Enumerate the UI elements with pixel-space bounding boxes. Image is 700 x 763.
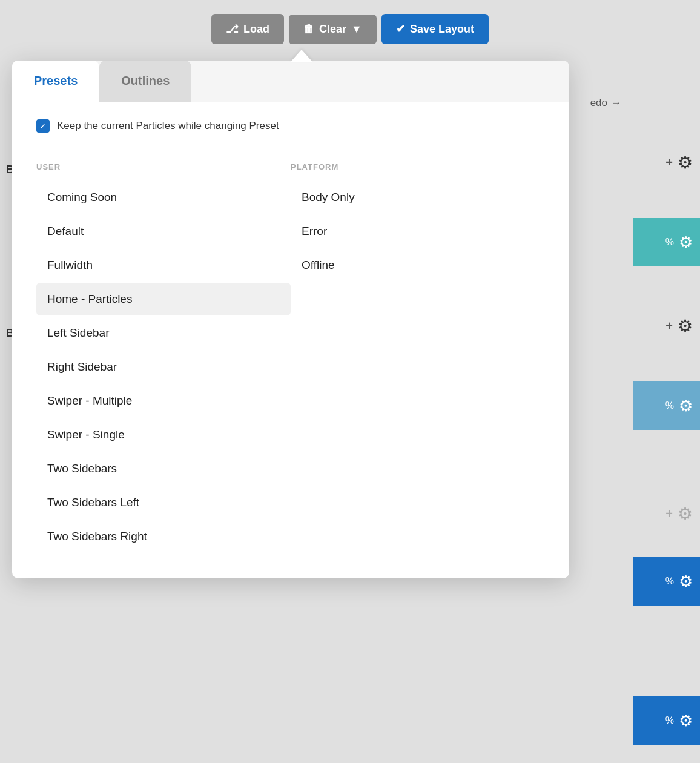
tab-presets[interactable]: Presets xyxy=(12,61,99,102)
color-bar-blue-light: % ⚙ xyxy=(633,382,700,430)
preset-swiper-single[interactable]: Swiper - Single xyxy=(36,418,291,451)
trash-icon: 🗑 xyxy=(303,23,314,36)
preset-two-sidebars-left[interactable]: Two Sidebars Left xyxy=(36,486,291,519)
chevron-down-icon: ▼ xyxy=(351,23,362,36)
redo-label: edo xyxy=(590,97,607,109)
gear-icon-blue-1[interactable]: ⚙ xyxy=(679,572,693,591)
plus-icon-3[interactable]: + xyxy=(665,507,673,521)
user-col-header: USER xyxy=(36,162,291,171)
user-column: USER Coming Soon Default Fullwidth Home … xyxy=(36,162,291,554)
color-bar-teal: % ⚙ xyxy=(633,218,700,266)
arrow-right-icon: → xyxy=(611,97,621,109)
tab-outlines[interactable]: Outlines xyxy=(99,61,191,102)
color-bar-blue-1: % ⚙ xyxy=(633,557,700,606)
preset-default[interactable]: Default xyxy=(36,215,291,248)
gear-icon-3[interactable]: ⚙ xyxy=(678,504,693,524)
gear-icon-teal[interactable]: ⚙ xyxy=(679,233,693,252)
presets-columns: USER Coming Soon Default Fullwidth Home … xyxy=(36,162,545,554)
gear-icon-blue-2[interactable]: ⚙ xyxy=(679,712,693,730)
keep-particles-row: ✓ Keep the current Particles while chang… xyxy=(36,119,545,145)
preset-home-particles[interactable]: Home - Particles xyxy=(36,283,291,315)
color-bar-blue-2: % ⚙ xyxy=(633,696,700,745)
preset-two-sidebars[interactable]: Two Sidebars xyxy=(36,452,291,485)
gear-icon-1[interactable]: ⚙ xyxy=(678,153,693,173)
percent-icon-blue-light: % xyxy=(665,400,674,411)
popup: Presets Outlines ✓ Keep the current Part… xyxy=(12,61,569,578)
preset-right-sidebar[interactable]: Right Sidebar xyxy=(36,351,291,383)
keep-particles-checkbox[interactable]: ✓ xyxy=(36,119,50,133)
check-mark: ✓ xyxy=(39,121,47,131)
toolbar: ⎇ Load 🗑 Clear ▼ ✔ Save Layout xyxy=(0,0,700,58)
preset-two-sidebars-right[interactable]: Two Sidebars Right xyxy=(36,520,291,553)
gear-icon-blue-light[interactable]: ⚙ xyxy=(679,397,693,415)
keep-particles-label: Keep the current Particles while changin… xyxy=(57,120,279,132)
preset-error[interactable]: Error xyxy=(291,215,545,248)
percent-icon-blue-1: % xyxy=(665,576,674,587)
platform-column: PLATFORM Body Only Error Offline xyxy=(291,162,545,554)
popup-arrow xyxy=(291,50,312,62)
preset-fullwidth[interactable]: Fullwidth xyxy=(36,249,291,282)
percent-icon-teal: % xyxy=(665,237,674,248)
gear-icon-2[interactable]: ⚙ xyxy=(678,316,693,336)
preset-left-sidebar[interactable]: Left Sidebar xyxy=(36,317,291,349)
percent-icon-blue-2: % xyxy=(665,715,674,726)
load-button[interactable]: ⎇ Load xyxy=(211,14,284,44)
preset-coming-soon[interactable]: Coming Soon xyxy=(36,181,291,214)
preset-offline[interactable]: Offline xyxy=(291,249,545,282)
popup-tabs: Presets Outlines xyxy=(12,61,569,102)
bg-panel-1: + ⚙ xyxy=(633,145,700,180)
bg-panel-3: + ⚙ xyxy=(633,497,700,531)
redo-area: edo → xyxy=(590,97,621,109)
preset-swiper-multiple[interactable]: Swiper - Multiple xyxy=(36,385,291,417)
load-icon: ⎇ xyxy=(226,22,239,36)
bg-panel-2: + ⚙ xyxy=(633,309,700,343)
clear-button[interactable]: 🗑 Clear ▼ xyxy=(289,15,377,44)
panel-row-1: + ⚙ xyxy=(658,145,700,180)
plus-icon-1[interactable]: + xyxy=(665,156,673,170)
popup-body: ✓ Keep the current Particles while chang… xyxy=(12,102,569,578)
preset-body-only[interactable]: Body Only xyxy=(291,181,545,214)
panel-row-2: + ⚙ xyxy=(658,309,700,343)
platform-col-header: PLATFORM xyxy=(291,162,545,171)
save-layout-button[interactable]: ✔ Save Layout xyxy=(381,14,489,44)
check-icon: ✔ xyxy=(396,22,405,36)
plus-icon-2[interactable]: + xyxy=(665,319,673,333)
panel-row-3: + ⚙ xyxy=(658,497,700,531)
